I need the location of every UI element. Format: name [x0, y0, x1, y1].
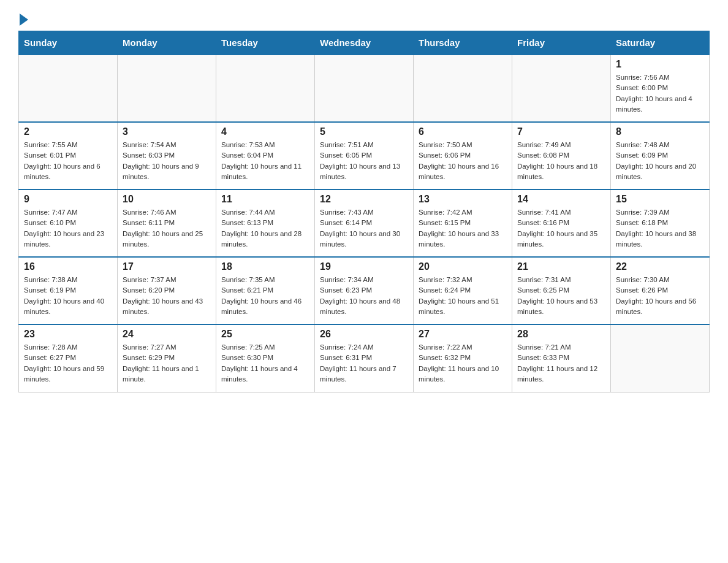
day-info: Sunrise: 7:32 AMSunset: 6:24 PMDaylight:… [419, 275, 507, 317]
day-info: Sunrise: 7:56 AMSunset: 6:00 PMDaylight:… [616, 72, 704, 115]
day-info: Sunrise: 7:41 AMSunset: 6:16 PMDaylight:… [517, 207, 605, 250]
day-number: 6 [419, 126, 507, 137]
calendar-cell: 17Sunrise: 7:37 AMSunset: 6:20 PMDayligh… [118, 257, 216, 324]
calendar-week-row: 1Sunrise: 7:56 AMSunset: 6:00 PMDaylight… [19, 55, 710, 122]
calendar-cell: 6Sunrise: 7:50 AMSunset: 6:06 PMDaylight… [414, 122, 512, 190]
calendar-cell: 9Sunrise: 7:47 AMSunset: 6:10 PMDaylight… [19, 190, 118, 257]
calendar-header-wednesday: Wednesday [315, 31, 414, 55]
day-number: 12 [320, 194, 408, 205]
calendar-header-thursday: Thursday [414, 31, 512, 55]
day-info: Sunrise: 7:22 AMSunset: 6:32 PMDaylight:… [419, 342, 507, 385]
calendar-cell: 25Sunrise: 7:25 AMSunset: 6:30 PMDayligh… [216, 324, 315, 392]
day-info: Sunrise: 7:48 AMSunset: 6:09 PMDaylight:… [616, 140, 704, 182]
calendar-cell: 27Sunrise: 7:22 AMSunset: 6:32 PMDayligh… [414, 324, 512, 392]
day-number: 25 [221, 329, 309, 340]
day-info: Sunrise: 7:34 AMSunset: 6:23 PMDaylight:… [320, 275, 408, 317]
day-number: 21 [517, 261, 605, 272]
calendar-cell: 22Sunrise: 7:30 AMSunset: 6:26 PMDayligh… [611, 257, 710, 324]
calendar-cell: 11Sunrise: 7:44 AMSunset: 6:13 PMDayligh… [216, 190, 315, 257]
calendar-table: SundayMondayTuesdayWednesdayThursdayFrid… [18, 31, 710, 393]
day-info: Sunrise: 7:37 AMSunset: 6:20 PMDaylight:… [123, 275, 211, 317]
day-number: 28 [517, 329, 605, 340]
day-info: Sunrise: 7:54 AMSunset: 6:03 PMDaylight:… [123, 140, 211, 182]
logo [18, 12, 28, 25]
day-info: Sunrise: 7:27 AMSunset: 6:29 PMDaylight:… [123, 342, 211, 385]
calendar-cell [512, 55, 611, 122]
calendar-header-monday: Monday [118, 31, 216, 55]
day-number: 14 [517, 194, 605, 205]
day-info: Sunrise: 7:55 AMSunset: 6:01 PMDaylight:… [24, 140, 112, 182]
calendar-week-row: 2Sunrise: 7:55 AMSunset: 6:01 PMDaylight… [19, 122, 710, 190]
day-number: 20 [419, 261, 507, 272]
day-number: 4 [221, 126, 309, 137]
calendar-cell: 1Sunrise: 7:56 AMSunset: 6:00 PMDaylight… [611, 55, 710, 122]
calendar-cell [216, 55, 315, 122]
calendar-week-row: 9Sunrise: 7:47 AMSunset: 6:10 PMDaylight… [19, 190, 710, 257]
day-number: 10 [123, 194, 211, 205]
calendar-header-sunday: Sunday [19, 31, 118, 55]
day-number: 5 [320, 126, 408, 137]
calendar-header-row: SundayMondayTuesdayWednesdayThursdayFrid… [19, 31, 710, 55]
calendar-cell [315, 55, 414, 122]
day-number: 15 [616, 194, 704, 205]
calendar-week-row: 23Sunrise: 7:28 AMSunset: 6:27 PMDayligh… [19, 324, 710, 392]
day-number: 17 [123, 261, 211, 272]
day-info: Sunrise: 7:44 AMSunset: 6:13 PMDaylight:… [221, 207, 309, 250]
day-number: 24 [123, 329, 211, 340]
calendar-cell: 3Sunrise: 7:54 AMSunset: 6:03 PMDaylight… [118, 122, 216, 190]
day-info: Sunrise: 7:46 AMSunset: 6:11 PMDaylight:… [123, 207, 211, 250]
day-info: Sunrise: 7:39 AMSunset: 6:18 PMDaylight:… [616, 207, 704, 250]
logo-arrow-icon [20, 13, 28, 26]
day-info: Sunrise: 7:43 AMSunset: 6:14 PMDaylight:… [320, 207, 408, 250]
day-number: 27 [419, 329, 507, 340]
day-info: Sunrise: 7:47 AMSunset: 6:10 PMDaylight:… [24, 207, 112, 250]
day-number: 2 [24, 126, 112, 137]
day-info: Sunrise: 7:50 AMSunset: 6:06 PMDaylight:… [419, 140, 507, 182]
calendar-cell [611, 324, 710, 392]
calendar-cell: 14Sunrise: 7:41 AMSunset: 6:16 PMDayligh… [512, 190, 611, 257]
day-number: 18 [221, 261, 309, 272]
day-info: Sunrise: 7:25 AMSunset: 6:30 PMDaylight:… [221, 342, 309, 385]
calendar-cell: 13Sunrise: 7:42 AMSunset: 6:15 PMDayligh… [414, 190, 512, 257]
day-info: Sunrise: 7:42 AMSunset: 6:15 PMDaylight:… [419, 207, 507, 250]
calendar-cell: 16Sunrise: 7:38 AMSunset: 6:19 PMDayligh… [19, 257, 118, 324]
day-number: 23 [24, 329, 112, 340]
calendar-cell: 2Sunrise: 7:55 AMSunset: 6:01 PMDaylight… [19, 122, 118, 190]
calendar-header-friday: Friday [512, 31, 611, 55]
calendar-header-saturday: Saturday [611, 31, 710, 55]
calendar-cell: 20Sunrise: 7:32 AMSunset: 6:24 PMDayligh… [414, 257, 512, 324]
day-number: 7 [517, 126, 605, 137]
day-number: 3 [123, 126, 211, 137]
day-number: 9 [24, 194, 112, 205]
day-info: Sunrise: 7:31 AMSunset: 6:25 PMDaylight:… [517, 275, 605, 317]
calendar-cell: 10Sunrise: 7:46 AMSunset: 6:11 PMDayligh… [118, 190, 216, 257]
day-info: Sunrise: 7:28 AMSunset: 6:27 PMDaylight:… [24, 342, 112, 385]
day-number: 11 [221, 194, 309, 205]
calendar-cell: 26Sunrise: 7:24 AMSunset: 6:31 PMDayligh… [315, 324, 414, 392]
day-info: Sunrise: 7:49 AMSunset: 6:08 PMDaylight:… [517, 140, 605, 182]
calendar-cell: 19Sunrise: 7:34 AMSunset: 6:23 PMDayligh… [315, 257, 414, 324]
page-header [18, 12, 710, 25]
day-info: Sunrise: 7:53 AMSunset: 6:04 PMDaylight:… [221, 140, 309, 182]
day-number: 16 [24, 261, 112, 272]
day-info: Sunrise: 7:24 AMSunset: 6:31 PMDaylight:… [320, 342, 408, 385]
calendar-cell: 28Sunrise: 7:21 AMSunset: 6:33 PMDayligh… [512, 324, 611, 392]
day-number: 19 [320, 261, 408, 272]
day-number: 8 [616, 126, 704, 137]
day-number: 1 [616, 59, 704, 70]
day-number: 26 [320, 329, 408, 340]
calendar-cell: 5Sunrise: 7:51 AMSunset: 6:05 PMDaylight… [315, 122, 414, 190]
calendar-cell: 24Sunrise: 7:27 AMSunset: 6:29 PMDayligh… [118, 324, 216, 392]
day-info: Sunrise: 7:21 AMSunset: 6:33 PMDaylight:… [517, 342, 605, 385]
calendar-cell: 18Sunrise: 7:35 AMSunset: 6:21 PMDayligh… [216, 257, 315, 324]
calendar-cell: 23Sunrise: 7:28 AMSunset: 6:27 PMDayligh… [19, 324, 118, 392]
day-info: Sunrise: 7:30 AMSunset: 6:26 PMDaylight:… [616, 275, 704, 317]
day-number: 22 [616, 261, 704, 272]
calendar-cell: 8Sunrise: 7:48 AMSunset: 6:09 PMDaylight… [611, 122, 710, 190]
calendar-cell [19, 55, 118, 122]
calendar-week-row: 16Sunrise: 7:38 AMSunset: 6:19 PMDayligh… [19, 257, 710, 324]
calendar-cell: 21Sunrise: 7:31 AMSunset: 6:25 PMDayligh… [512, 257, 611, 324]
calendar-cell: 4Sunrise: 7:53 AMSunset: 6:04 PMDaylight… [216, 122, 315, 190]
calendar-cell [414, 55, 512, 122]
calendar-cell: 7Sunrise: 7:49 AMSunset: 6:08 PMDaylight… [512, 122, 611, 190]
